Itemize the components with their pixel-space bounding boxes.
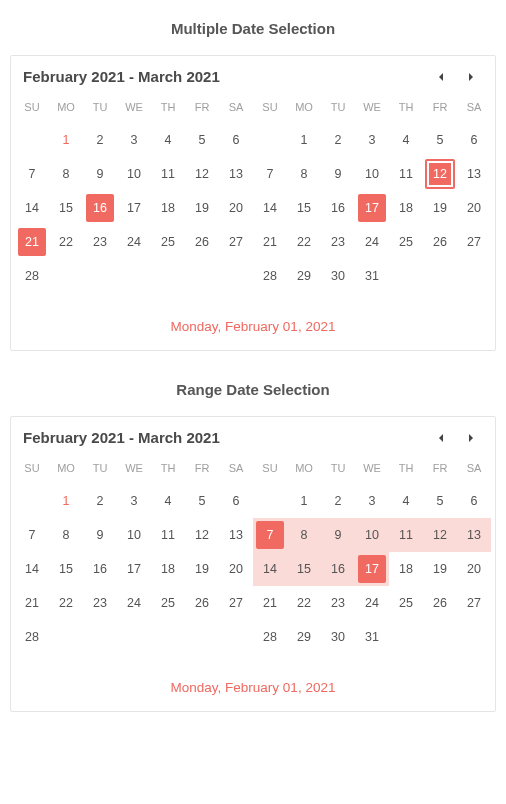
day-cell[interactable]: 24 <box>117 225 151 259</box>
day-cell[interactable]: 26 <box>185 586 219 620</box>
day-cell[interactable]: 20 <box>457 552 491 586</box>
day-cell[interactable]: 2 <box>83 484 117 518</box>
day-cell[interactable]: 3 <box>117 123 151 157</box>
day-cell[interactable]: 3 <box>117 484 151 518</box>
day-cell[interactable]: 2 <box>83 123 117 157</box>
day-cell[interactable]: 15 <box>49 552 83 586</box>
day-cell[interactable]: 23 <box>321 586 355 620</box>
day-cell[interactable]: 6 <box>219 123 253 157</box>
day-cell[interactable]: 3 <box>355 123 389 157</box>
day-cell[interactable]: 9 <box>321 157 355 191</box>
day-cell[interactable]: 19 <box>423 552 457 586</box>
day-cell[interactable]: 30 <box>321 620 355 654</box>
day-cell[interactable]: 11 <box>151 157 185 191</box>
day-cell[interactable]: 24 <box>355 586 389 620</box>
day-cell[interactable]: 13 <box>457 518 491 552</box>
day-cell[interactable]: 24 <box>355 225 389 259</box>
day-cell[interactable]: 26 <box>423 586 457 620</box>
day-cell[interactable]: 20 <box>219 191 253 225</box>
day-cell[interactable]: 29 <box>287 620 321 654</box>
day-cell[interactable]: 28 <box>15 259 49 293</box>
day-cell[interactable]: 26 <box>423 225 457 259</box>
day-cell[interactable]: 23 <box>83 586 117 620</box>
day-cell[interactable]: 11 <box>389 157 423 191</box>
day-cell[interactable]: 20 <box>219 552 253 586</box>
day-cell[interactable]: 27 <box>457 225 491 259</box>
day-cell[interactable]: 15 <box>287 191 321 225</box>
day-cell[interactable]: 17 <box>355 191 389 225</box>
day-cell[interactable]: 19 <box>423 191 457 225</box>
day-cell[interactable]: 2 <box>321 123 355 157</box>
day-cell[interactable]: 12 <box>423 157 457 191</box>
day-cell[interactable]: 28 <box>15 620 49 654</box>
day-cell[interactable]: 23 <box>321 225 355 259</box>
day-cell[interactable]: 19 <box>185 552 219 586</box>
day-cell[interactable]: 21 <box>15 586 49 620</box>
day-cell[interactable]: 7 <box>253 157 287 191</box>
day-cell[interactable]: 14 <box>253 191 287 225</box>
day-cell[interactable]: 17 <box>117 552 151 586</box>
day-cell[interactable]: 1 <box>49 123 83 157</box>
day-cell[interactable]: 1 <box>287 484 321 518</box>
day-cell[interactable]: 20 <box>457 191 491 225</box>
day-cell[interactable]: 5 <box>185 484 219 518</box>
day-cell[interactable]: 23 <box>83 225 117 259</box>
day-cell[interactable]: 13 <box>219 518 253 552</box>
day-cell[interactable]: 4 <box>151 123 185 157</box>
day-cell[interactable]: 18 <box>389 552 423 586</box>
day-cell[interactable]: 28 <box>253 620 287 654</box>
day-cell[interactable]: 10 <box>355 518 389 552</box>
day-cell[interactable]: 21 <box>15 225 49 259</box>
day-cell[interactable]: 30 <box>321 259 355 293</box>
day-cell[interactable]: 19 <box>185 191 219 225</box>
day-cell[interactable]: 7 <box>15 157 49 191</box>
day-cell[interactable]: 25 <box>151 225 185 259</box>
day-cell[interactable]: 4 <box>389 123 423 157</box>
day-cell[interactable]: 15 <box>49 191 83 225</box>
day-cell[interactable]: 12 <box>185 157 219 191</box>
day-cell[interactable]: 22 <box>287 586 321 620</box>
day-cell[interactable]: 7 <box>253 518 287 552</box>
day-cell[interactable]: 27 <box>457 586 491 620</box>
day-cell[interactable]: 27 <box>219 225 253 259</box>
day-cell[interactable]: 14 <box>15 552 49 586</box>
day-cell[interactable]: 10 <box>355 157 389 191</box>
day-cell[interactable]: 21 <box>253 225 287 259</box>
day-cell[interactable]: 3 <box>355 484 389 518</box>
day-cell[interactable]: 18 <box>151 552 185 586</box>
day-cell[interactable]: 16 <box>83 552 117 586</box>
day-cell[interactable]: 31 <box>355 259 389 293</box>
day-cell[interactable]: 4 <box>389 484 423 518</box>
day-cell[interactable]: 25 <box>151 586 185 620</box>
day-cell[interactable]: 5 <box>423 123 457 157</box>
day-cell[interactable]: 25 <box>389 225 423 259</box>
day-cell[interactable]: 2 <box>321 484 355 518</box>
day-cell[interactable]: 10 <box>117 518 151 552</box>
day-cell[interactable]: 14 <box>253 552 287 586</box>
day-cell[interactable]: 5 <box>185 123 219 157</box>
day-cell[interactable]: 4 <box>151 484 185 518</box>
day-cell[interactable]: 25 <box>389 586 423 620</box>
day-cell[interactable]: 9 <box>83 157 117 191</box>
day-cell[interactable]: 22 <box>49 225 83 259</box>
day-cell[interactable]: 26 <box>185 225 219 259</box>
day-cell[interactable]: 18 <box>389 191 423 225</box>
day-cell[interactable]: 7 <box>15 518 49 552</box>
day-cell[interactable]: 1 <box>49 484 83 518</box>
day-cell[interactable]: 28 <box>253 259 287 293</box>
day-cell[interactable]: 12 <box>185 518 219 552</box>
day-cell[interactable]: 11 <box>151 518 185 552</box>
day-cell[interactable]: 8 <box>287 518 321 552</box>
next-month-button[interactable] <box>463 69 479 85</box>
day-cell[interactable]: 31 <box>355 620 389 654</box>
day-cell[interactable]: 14 <box>15 191 49 225</box>
day-cell[interactable]: 12 <box>423 518 457 552</box>
day-cell[interactable]: 16 <box>321 191 355 225</box>
day-cell[interactable]: 6 <box>457 123 491 157</box>
day-cell[interactable]: 11 <box>389 518 423 552</box>
day-cell[interactable]: 24 <box>117 586 151 620</box>
day-cell[interactable]: 29 <box>287 259 321 293</box>
next-month-button[interactable] <box>463 430 479 446</box>
day-cell[interactable]: 17 <box>117 191 151 225</box>
day-cell[interactable]: 9 <box>83 518 117 552</box>
